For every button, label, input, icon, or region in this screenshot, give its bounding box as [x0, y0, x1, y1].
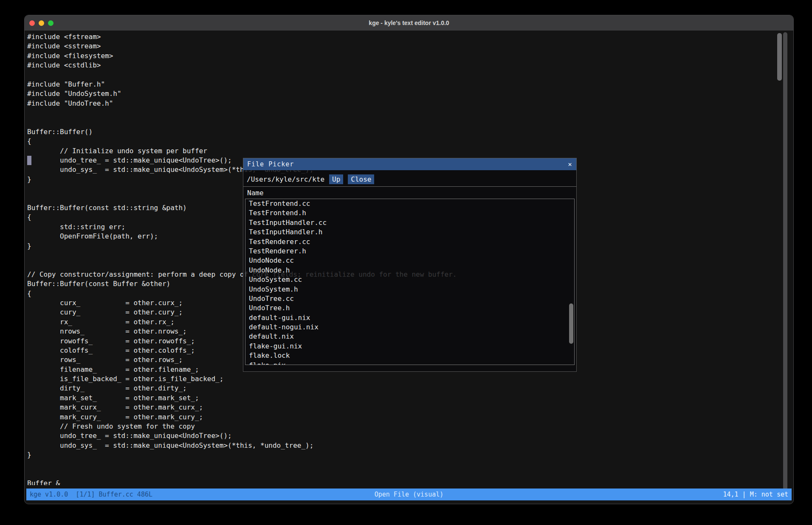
- close-icon[interactable]: ✕: [564, 158, 576, 170]
- list-scrollbar-thumb[interactable]: [569, 303, 573, 344]
- path-row: /Users/kyle/src/kte Up Close: [247, 174, 573, 185]
- code-line: #include <sstream>: [27, 42, 457, 51]
- minimize-window-button[interactable]: [39, 20, 44, 26]
- file-list[interactable]: TestFrontend.ccTestFrontend.hTestInputHa…: [245, 199, 575, 365]
- code-line: // Fresh undo system for the copy: [27, 422, 457, 431]
- file-item[interactable]: flake-gui.nix: [245, 342, 574, 351]
- code-line: undo_tree_ = std::make_unique<UndoTree>(…: [27, 431, 457, 441]
- code-line: {: [27, 137, 457, 146]
- code-line: #include "UndoTree.h": [27, 99, 457, 108]
- file-picker-titlebar[interactable]: File Picker ✕: [243, 158, 576, 170]
- editor-scrollbar-track[interactable]: [783, 32, 787, 500]
- up-button[interactable]: Up: [329, 174, 343, 184]
- file-item[interactable]: TestRenderer.cc: [245, 237, 574, 247]
- code-line: #include <cstdlib>: [27, 61, 457, 70]
- code-line: [27, 460, 457, 469]
- code-line: }: [27, 450, 457, 460]
- app-window: kge - kyle's text editor v1.0.0 #include…: [24, 15, 794, 504]
- file-item[interactable]: TestRenderer.h: [245, 247, 574, 256]
- separator: [243, 186, 576, 187]
- code-line: dirty_ = other.dirty_;: [27, 384, 457, 393]
- file-item[interactable]: UndoTree.h: [245, 303, 574, 313]
- code-line: [27, 118, 457, 127]
- file-picker-title: File Picker: [243, 160, 294, 168]
- file-item[interactable]: TestFrontend.cc: [245, 199, 574, 208]
- code-line: // Initialize undo system per buffer: [27, 146, 457, 156]
- file-item[interactable]: UndoSystem.h: [245, 285, 574, 294]
- text-cursor: [27, 156, 31, 165]
- code-line: mark_set_ = other.mark_set_;: [27, 393, 457, 403]
- code-line: #include "UndoSystem.h": [27, 89, 457, 98]
- code-line: #include <fstream>: [27, 32, 457, 42]
- file-item[interactable]: TestFrontend.h: [245, 208, 574, 218]
- file-item[interactable]: UndoNode.h: [245, 266, 574, 275]
- column-header-name: Name: [247, 189, 264, 197]
- code-line: undo_sys_ = std::make_unique<UndoSystem>…: [27, 441, 457, 450]
- file-item[interactable]: flake.lock: [245, 351, 574, 360]
- close-window-button[interactable]: [29, 20, 35, 26]
- status-bar: kge v1.0.0 [1/1] Buffer.cc 486L Open Fil…: [26, 489, 792, 500]
- code-line: #include "Buffer.h": [27, 80, 457, 89]
- status-cursor-info: 14,1 | M: not set: [723, 491, 788, 498]
- code-line: mark_cury_ = other.mark_cury_;: [27, 413, 457, 422]
- window-titlebar: kge - kyle's text editor v1.0.0: [25, 15, 793, 31]
- file-item[interactable]: default.nix: [245, 332, 574, 341]
- traffic-lights: [29, 20, 54, 26]
- file-item[interactable]: flake.nix: [245, 361, 574, 365]
- file-item[interactable]: TestInputHandler.h: [245, 227, 574, 237]
- window-title: kge - kyle's text editor v1.0.0: [25, 20, 793, 26]
- current-path: /Users/kyle/src/kte: [247, 175, 324, 183]
- code-line: [27, 70, 457, 80]
- file-item[interactable]: default-nogui.nix: [245, 323, 574, 332]
- file-item[interactable]: UndoNode.cc: [245, 256, 574, 265]
- code-line: [27, 469, 457, 479]
- code-line: Buffer &: [27, 479, 457, 485]
- dialog-close-button[interactable]: Close: [348, 174, 374, 184]
- status-file-info: kge v1.0.0 [1/1] Buffer.cc 486L: [26, 491, 152, 498]
- code-line: #include <filesystem>: [27, 51, 457, 61]
- file-item[interactable]: TestInputHandler.cc: [245, 218, 574, 227]
- file-item[interactable]: UndoSystem.cc: [245, 275, 574, 284]
- file-item[interactable]: default-gui.nix: [245, 313, 574, 323]
- code-line: Buffer::Buffer(): [27, 127, 457, 137]
- code-line: mark_curx_ = other.mark_curx_;: [27, 403, 457, 412]
- file-picker-dialog: File Picker ✕ /Users/kyle/src/kte Up Clo…: [243, 158, 577, 372]
- file-item[interactable]: UndoTree.cc: [245, 294, 574, 303]
- zoom-window-button[interactable]: [48, 20, 54, 26]
- code-line: [27, 108, 457, 118]
- editor-scrollbar-thumb[interactable]: [777, 33, 782, 81]
- code-line: is_file_backed_ = other.is_file_backed_;: [27, 374, 457, 384]
